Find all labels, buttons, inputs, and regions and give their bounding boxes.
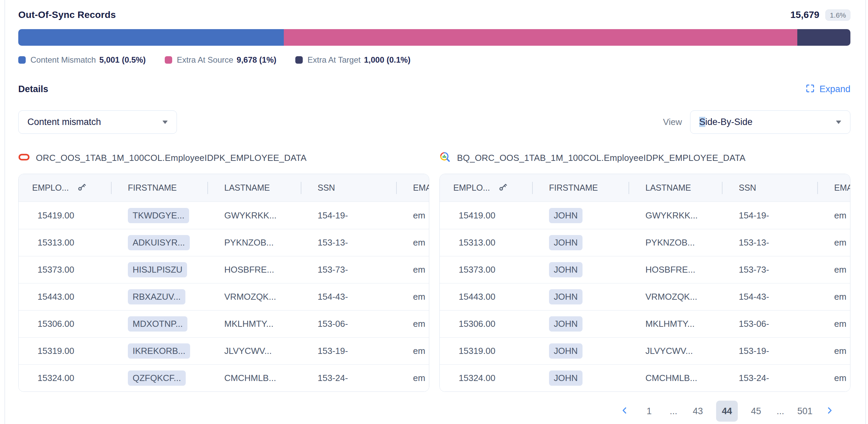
- expand-label: Expand: [819, 84, 850, 94]
- cell-employeeid: 15443.00: [440, 283, 532, 310]
- expand-button[interactable]: Expand: [805, 83, 850, 95]
- bar-segment-content-mismatch[interactable]: [18, 29, 284, 46]
- source-table-body: 15419.00TKWDGYE...GWYKRKK...154-19-em153…: [19, 202, 429, 391]
- view-mode-select[interactable]: Side-By-Side: [690, 110, 850, 134]
- cell-email: em: [817, 365, 850, 391]
- oos-totals: 15,679 1.6%: [790, 9, 850, 21]
- cell-email: em: [817, 229, 850, 256]
- cell-lastname: MKLHMTY...: [207, 311, 301, 337]
- table-row[interactable]: 15313.00JOHNPYKNZOB...153-13-em: [440, 229, 850, 256]
- cell-employeeid: 15313.00: [19, 229, 111, 256]
- cell-ssn: 153-06-: [722, 311, 817, 337]
- page-button-45[interactable]: 45: [749, 401, 763, 422]
- total-percent-badge: 1.6%: [825, 9, 850, 21]
- previous-page-button[interactable]: [619, 401, 631, 422]
- legend-value: 5,001 (0.5%): [99, 55, 145, 65]
- cell-firstname: JOHN: [532, 365, 629, 391]
- cell-ssn: 153-19-: [301, 338, 396, 364]
- bar-segment-extra-at-source[interactable]: [284, 29, 797, 46]
- cell-lastname: JLVYCWV...: [207, 338, 301, 364]
- cell-lastname: CMCHMLB...: [207, 365, 301, 391]
- cell-employeeid: 15319.00: [19, 338, 111, 364]
- table-row[interactable]: 15324.00JOHNCMCHMLB...153-24-em: [440, 364, 850, 391]
- legend-label: Content Mismatch: [30, 55, 96, 65]
- table-row[interactable]: 15373.00HISJLPISZUHOSBFRE...153-73-em: [19, 256, 429, 283]
- page-button-1[interactable]: 1: [642, 401, 657, 422]
- table-row[interactable]: 15313.00ADKUISYR...PYKNZOB...153-13-em: [19, 229, 429, 256]
- cell-lastname: GWYKRKK...: [629, 202, 722, 229]
- cell-employeeid: 15443.00: [19, 283, 111, 310]
- legend-value: 1,000 (0.1%): [364, 55, 410, 65]
- cell-firstname: JOHN: [532, 229, 629, 256]
- diff-highlight-chip: JOHN: [549, 289, 583, 304]
- cell-firstname: JOHN: [532, 202, 629, 229]
- table-row[interactable]: 15419.00JOHNGWYKRKK...154-19-em: [440, 202, 850, 229]
- diff-highlight-chip: JOHN: [549, 316, 583, 332]
- cell-employeeid: 15324.00: [19, 365, 111, 391]
- key-icon: [77, 183, 86, 193]
- cell-lastname: HOSBFRE...: [629, 256, 722, 283]
- diff-highlight-chip: MDXOTNP...: [128, 316, 187, 332]
- mismatch-type-select[interactable]: Content mismatch: [18, 110, 177, 134]
- bar-segment-extra-at-target[interactable]: [797, 29, 850, 46]
- diff-highlight-chip: JOHN: [549, 262, 583, 277]
- cell-firstname: TKWDGYE...: [111, 202, 207, 229]
- cell-email: em: [396, 256, 429, 283]
- cell-employeeid: 15419.00: [19, 202, 111, 229]
- diff-highlight-chip: JOHN: [549, 235, 583, 250]
- expand-icon: [805, 83, 815, 95]
- table-row[interactable]: 15373.00JOHNHOSBFRE...153-73-em: [440, 256, 850, 283]
- key-icon: [499, 183, 507, 193]
- cell-employeeid: 15306.00: [440, 311, 532, 337]
- page-button-501[interactable]: 501: [797, 401, 813, 422]
- source-table-header: EMPLO... FIRSTNAME LASTNAME SSN EMA: [19, 174, 429, 202]
- table-row[interactable]: 15443.00JOHNVRMOZQK...154-43-em: [440, 283, 850, 310]
- page-button-44[interactable]: 44: [716, 401, 738, 422]
- legend-item-content-mismatch: Content Mismatch5,001 (0.5%): [18, 55, 146, 65]
- column-header-employeeid: EMPLO...: [19, 174, 111, 202]
- page-list: 1...434445...501: [642, 401, 813, 422]
- cell-employeeid: 15313.00: [440, 229, 532, 256]
- source-table-title: ORC_OOS_1TAB_1M_100COL.EmployeeIDPK_EMPL…: [18, 151, 429, 164]
- cell-email: em: [396, 338, 429, 364]
- controls-row: Content mismatch View Side-By-Side: [18, 110, 850, 134]
- legend-swatch: [165, 56, 172, 64]
- cell-lastname: HOSBFRE...: [207, 256, 301, 283]
- column-header-firstname: FIRSTNAME: [532, 174, 629, 202]
- cell-lastname: PYKNZOB...: [629, 229, 722, 256]
- oos-legend: Content Mismatch5,001 (0.5%)Extra At Sou…: [18, 56, 850, 64]
- out-of-sync-panel: Out-Of-Sync Records 15,679 1.6% Content …: [0, 0, 868, 424]
- table-row[interactable]: 15319.00JOHNJLVYCWV...153-19-em: [440, 337, 850, 364]
- caret-down-icon: [162, 121, 168, 124]
- cell-lastname: GWYKRKK...: [207, 202, 301, 229]
- column-header-lastname: LASTNAME: [207, 174, 301, 202]
- column-header-ssn: SSN: [722, 174, 817, 202]
- cell-lastname: PYKNZOB...: [207, 229, 301, 256]
- target-table: EMPLO... FIRSTNAME LASTNAME SSN EMA 15: [439, 174, 850, 392]
- table-row[interactable]: 15324.00QZFQKCF...CMCHMLB...153-24-em: [19, 364, 429, 391]
- details-row: Details Expand: [18, 83, 850, 95]
- cell-lastname: VRMOZQK...: [629, 283, 722, 310]
- diff-highlight-chip: JOHN: [549, 343, 583, 359]
- cell-firstname: IKREKORB...: [111, 338, 207, 364]
- table-row[interactable]: 15419.00TKWDGYE...GWYKRKK...154-19-em: [19, 202, 429, 229]
- table-row[interactable]: 15443.00RBXAZUV...VRMOZQK...154-43-em: [19, 283, 429, 310]
- diff-highlight-chip: JOHN: [549, 208, 583, 223]
- side-by-side-tables: EMPLO... FIRSTNAME LASTNAME SSN EMA 15: [18, 174, 850, 392]
- table-row[interactable]: 15306.00JOHNMKLHMTY...153-06-em: [440, 310, 850, 337]
- page-button-43[interactable]: 43: [690, 401, 705, 422]
- oos-header: Out-Of-Sync Records 15,679 1.6%: [18, 7, 850, 22]
- table-row[interactable]: 15319.00IKREKORB...JLVYCWV...153-19-em: [19, 337, 429, 364]
- cell-email: em: [817, 256, 850, 283]
- next-page-button[interactable]: [823, 401, 836, 422]
- column-header-email: EMA: [817, 174, 850, 202]
- column-header-email: EMA: [396, 174, 429, 202]
- mismatch-type-value: Content mismatch: [27, 117, 101, 127]
- table-row[interactable]: 15306.00MDXOTNP...MKLHMTY...153-06-em: [19, 310, 429, 337]
- cell-ssn: 153-19-: [722, 338, 817, 364]
- cell-ssn: 153-73-: [301, 256, 396, 283]
- cell-email: em: [396, 229, 429, 256]
- caret-down-icon: [836, 121, 841, 124]
- cell-email: em: [817, 338, 850, 364]
- target-table-name: BQ_ORC_OOS_1TAB_1M_100COL.EmployeeIDPK_E…: [457, 153, 746, 163]
